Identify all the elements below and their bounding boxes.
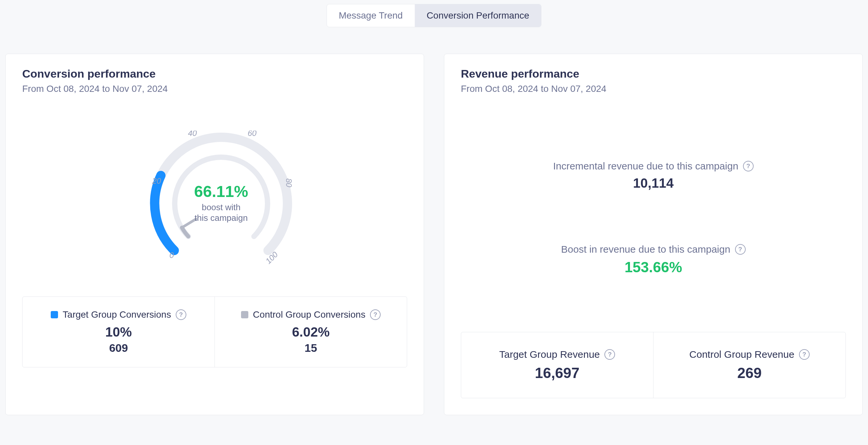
target-conversion-pct: 10% (29, 325, 208, 339)
control-conversion-pct: 6.02% (221, 325, 400, 339)
revenue-boost-kpi: Boost in revenue due to this campaign ? … (461, 244, 846, 275)
target-revenue-box: Target Group Revenue ? 16,697 (461, 332, 653, 398)
revenue-boost-value: 153.66% (461, 259, 846, 275)
svg-text:40: 40 (188, 131, 197, 138)
control-conversion-box: Control Group Conversions ? 6.02% 15 (215, 297, 407, 367)
card-subtitle: From Oct 08, 2024 to Nov 07, 2024 (22, 84, 407, 94)
svg-text:this campaign: this campaign (195, 213, 248, 223)
control-conversion-count: 15 (221, 342, 400, 354)
help-icon[interactable]: ? (735, 244, 746, 255)
help-icon[interactable]: ? (743, 161, 754, 172)
help-icon[interactable]: ? (604, 349, 615, 360)
svg-text:60: 60 (248, 131, 257, 138)
conversion-performance-card: Conversion performance From Oct 08, 2024… (5, 54, 424, 415)
incremental-revenue-label-row: Incremental revenue due to this campaign… (553, 160, 754, 172)
help-icon[interactable]: ? (176, 309, 186, 320)
help-icon[interactable]: ? (370, 309, 381, 320)
control-revenue-box: Control Group Revenue ? 269 (653, 332, 845, 398)
svg-text:80: 80 (284, 178, 293, 187)
conversion-gauge-chart: 0 20 40 60 80 100 66.11% boost with this… (148, 131, 294, 276)
tab-bar: Message Trend Conversion Performance (5, 0, 863, 27)
control-revenue-label-row: Control Group Revenue ? (689, 349, 810, 360)
target-conversion-label: Target Group Conversions (63, 309, 171, 320)
revenue-performance-card: Revenue performance From Oct 08, 2024 to… (444, 54, 863, 415)
target-swatch-icon (51, 311, 58, 318)
dashboard-grid: Conversion performance From Oct 08, 2024… (5, 54, 863, 415)
target-conversion-label-row: Target Group Conversions ? (29, 309, 208, 320)
conversion-boxes: Target Group Conversions ? 10% 609 Contr… (22, 296, 407, 367)
target-conversion-count: 609 (29, 342, 208, 354)
card-title: Conversion performance (22, 67, 407, 80)
revenue-boost-label: Boost in revenue due to this campaign (561, 244, 730, 255)
control-swatch-icon (241, 311, 248, 318)
card-title: Revenue performance (461, 67, 846, 80)
incremental-revenue-value: 10,114 (461, 176, 846, 191)
control-conversion-label-row: Control Group Conversions ? (221, 309, 400, 320)
svg-text:boost with: boost with (202, 202, 240, 212)
revenue-boost-label-row: Boost in revenue due to this campaign ? (561, 244, 745, 255)
svg-text:20: 20 (152, 176, 161, 185)
incremental-revenue-label: Incremental revenue due to this campaign (553, 160, 738, 172)
control-conversion-label: Control Group Conversions (253, 309, 365, 320)
help-icon[interactable]: ? (799, 349, 810, 360)
target-conversion-box: Target Group Conversions ? 10% 609 (23, 297, 215, 367)
incremental-revenue-kpi: Incremental revenue due to this campaign… (461, 160, 846, 191)
svg-text:66.11%: 66.11% (194, 183, 248, 200)
target-revenue-label: Target Group Revenue (499, 349, 600, 360)
tab-message-trend[interactable]: Message Trend (327, 4, 415, 27)
card-subtitle: From Oct 08, 2024 to Nov 07, 2024 (461, 84, 846, 94)
control-revenue-label: Control Group Revenue (689, 349, 795, 360)
target-revenue-value: 16,697 (468, 365, 647, 381)
control-revenue-value: 269 (660, 365, 839, 381)
target-revenue-label-row: Target Group Revenue ? (499, 349, 615, 360)
tab-conversion-performance[interactable]: Conversion Performance (415, 4, 541, 27)
revenue-boxes: Target Group Revenue ? 16,697 Control Gr… (461, 332, 846, 398)
svg-line-0 (182, 219, 196, 228)
gauge-wrap: 0 20 40 60 80 100 66.11% boost with this… (22, 94, 407, 296)
tab-bar-inner: Message Trend Conversion Performance (327, 4, 542, 27)
svg-text:0: 0 (169, 251, 174, 260)
